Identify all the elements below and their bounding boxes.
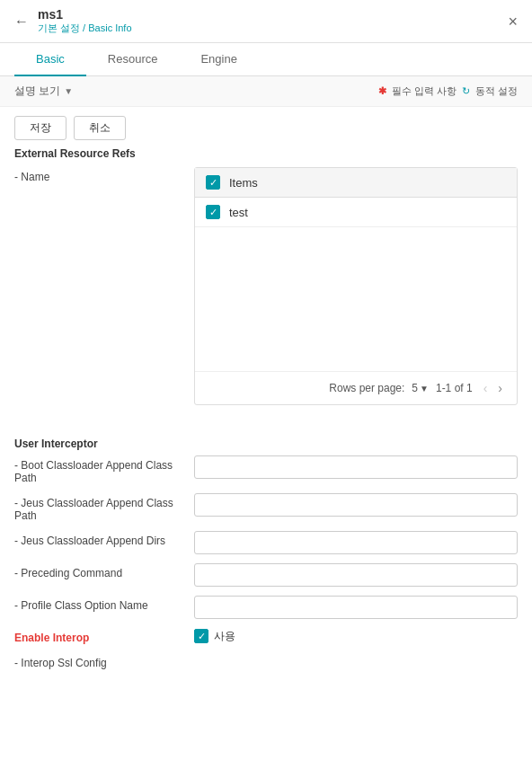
tab-engine[interactable]: Engine xyxy=(179,43,258,76)
enable-interop-row: Enable Interop 사용 xyxy=(14,628,518,644)
table-row: test xyxy=(195,198,517,227)
header-checkbox[interactable] xyxy=(206,175,220,190)
desc-toggle-label: 설명 보기 xyxy=(14,84,60,99)
preceding-command-row: - Preceding Command xyxy=(14,563,518,587)
jeus-classloader-dirs-label: - Jeus Classloader Append Dirs xyxy=(14,531,194,547)
table-pagination: Rows per page: 5 ▼ 1-1 of 1 ‹ › xyxy=(195,371,517,404)
items-table: Items test Rows per page: 5 ▼ 1-1 of 1 xyxy=(194,167,518,405)
header-title-block: ms1 기본 설정 / Basic Info xyxy=(38,7,132,35)
form-content: External Resource Refs - Name Items test xyxy=(0,147,532,429)
breadcrumb-prefix: 기본 설정 / xyxy=(38,22,88,33)
enable-interop-value: 사용 xyxy=(194,629,235,644)
pagination-prev-button[interactable]: ‹ xyxy=(480,379,492,397)
toolbar-right: ✱ 필수 입력 사항 ↻ 동적 설정 xyxy=(378,84,518,98)
interop-ssl-config-row: - Interop Ssl Config xyxy=(14,653,518,669)
rows-per-page-dropdown-icon: ▼ xyxy=(420,384,429,393)
boot-classloader-row: - Boot Classloader Append Class Path xyxy=(14,455,518,484)
tab-resource[interactable]: Resource xyxy=(86,43,180,76)
dynamic-icon: ↻ xyxy=(462,85,470,97)
profile-class-option-input-wrap xyxy=(194,596,518,619)
enable-interop-checkbox[interactable] xyxy=(194,629,208,643)
preceding-command-input[interactable] xyxy=(194,563,518,587)
boot-classloader-input-wrap xyxy=(194,455,518,479)
back-button[interactable]: ← xyxy=(14,13,29,30)
breadcrumb-active: Basic Info xyxy=(88,22,131,33)
dynamic-label: 동적 설정 xyxy=(475,84,518,98)
jeus-classloader-dirs-input[interactable] xyxy=(194,531,518,554)
tab-basic[interactable]: Basic xyxy=(14,43,86,76)
preceding-command-input-wrap xyxy=(194,563,518,587)
action-bar: 저장 취소 xyxy=(0,107,532,146)
chevron-down-icon: ▼ xyxy=(64,86,73,96)
required-label: 필수 입력 사항 xyxy=(392,84,457,98)
pagination-info: 1-1 of 1 xyxy=(436,382,473,394)
profile-class-option-input[interactable] xyxy=(194,596,518,619)
rows-per-page-select[interactable]: 5 ▼ xyxy=(412,382,429,394)
table-header-row: Items xyxy=(195,168,517,198)
row-checkbox[interactable] xyxy=(206,205,220,219)
close-button[interactable]: × xyxy=(508,13,518,30)
desc-toggle[interactable]: 설명 보기 ▼ xyxy=(14,84,73,99)
header-left: ← ms1 기본 설정 / Basic Info xyxy=(14,7,132,35)
enable-interop-label: Enable Interop xyxy=(14,628,194,644)
table-empty-space xyxy=(195,227,517,371)
header: ← ms1 기본 설정 / Basic Info × xyxy=(0,0,532,43)
boot-classloader-label: - Boot Classloader Append Class Path xyxy=(14,455,194,484)
external-resource-refs-title: External Resource Refs xyxy=(14,147,518,160)
interop-ssl-config-label: - Interop Ssl Config xyxy=(14,653,194,669)
toolbar-row: 설명 보기 ▼ ✱ 필수 입력 사항 ↻ 동적 설정 xyxy=(0,76,532,107)
rows-per-page-value: 5 xyxy=(412,382,418,394)
cancel-button[interactable]: 취소 xyxy=(74,116,126,140)
boot-classloader-input[interactable] xyxy=(194,455,518,479)
pagination-nav[interactable]: ‹ › xyxy=(480,379,506,397)
preceding-command-label: - Preceding Command xyxy=(14,563,194,579)
profile-class-option-label: - Profile Class Option Name xyxy=(14,596,194,612)
row-value: test xyxy=(229,206,248,219)
user-interceptor-title: User Interceptor xyxy=(0,429,532,455)
scroll-container[interactable]: 저장 취소 External Resource Refs - Name Item… xyxy=(0,107,532,778)
name-field-label: - Name xyxy=(14,167,194,183)
jeus-classloader-dirs-row: - Jeus Classloader Append Dirs xyxy=(14,531,518,554)
enable-interop-text: 사용 xyxy=(214,629,235,644)
jeus-classloader-dirs-input-wrap xyxy=(194,531,518,554)
jeus-classloader-class-path-row: - Jeus Classloader Append Class Path xyxy=(14,493,518,522)
app-name: ms1 xyxy=(38,7,132,22)
breadcrumb: 기본 설정 / Basic Info xyxy=(38,22,132,35)
pagination-next-button[interactable]: › xyxy=(494,379,506,397)
user-interceptor-form: - Boot Classloader Append Class Path - J… xyxy=(0,455,532,693)
jeus-classloader-class-path-input-wrap xyxy=(194,493,518,517)
profile-class-option-row: - Profile Class Option Name xyxy=(14,596,518,619)
rows-per-page-label: Rows per page: xyxy=(329,382,404,394)
tabs-bar: Basic Resource Engine xyxy=(0,43,532,76)
required-star-icon: ✱ xyxy=(378,85,386,97)
save-button[interactable]: 저장 xyxy=(14,116,66,140)
jeus-classloader-class-path-input[interactable] xyxy=(194,493,518,517)
table-header-label: Items xyxy=(229,176,258,190)
name-field-row: - Name Items test Rows per page: xyxy=(14,167,518,405)
jeus-classloader-class-path-label: - Jeus Classloader Append Class Path xyxy=(14,493,194,522)
